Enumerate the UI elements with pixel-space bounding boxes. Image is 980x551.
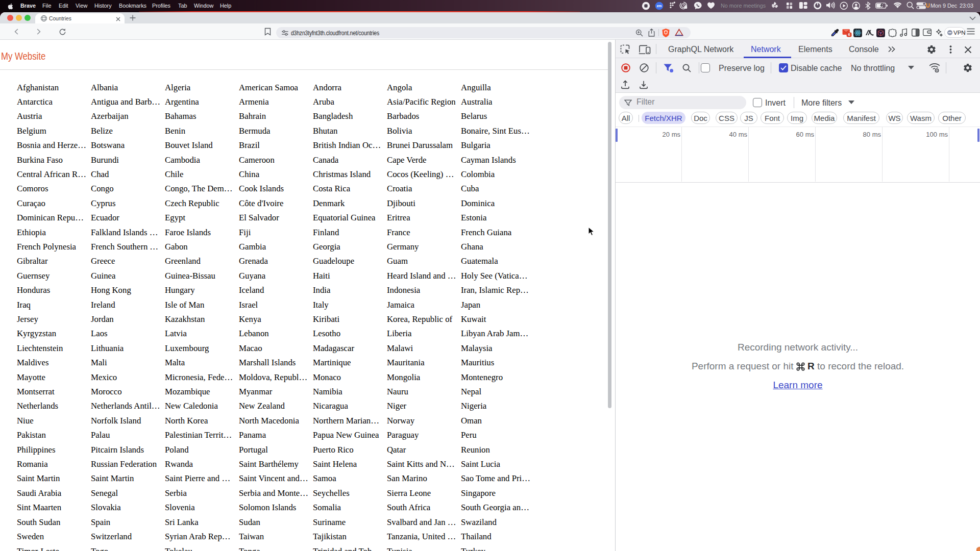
svg-text:zm: zm [656, 4, 662, 8]
svg-text:6: 6 [848, 32, 850, 37]
